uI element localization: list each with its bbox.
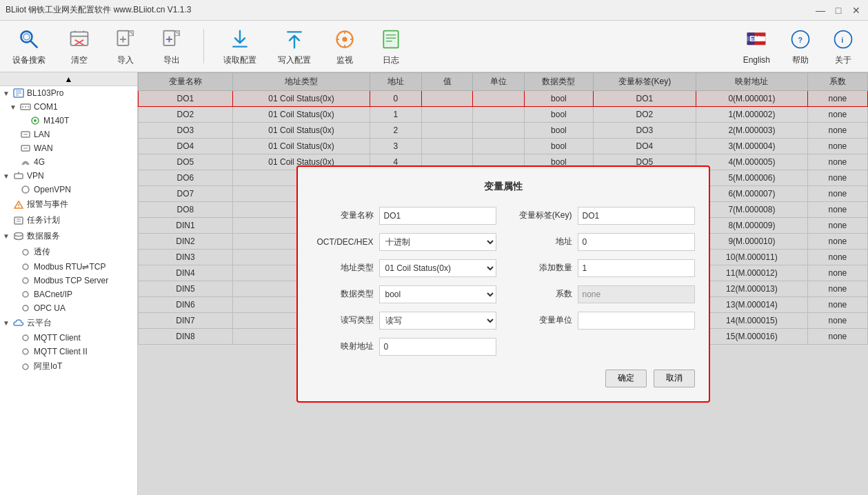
clear-icon — [67, 27, 92, 52]
monitor-label: 监视 — [336, 54, 353, 66]
import-label: 导入 — [117, 54, 134, 66]
sidebar-item-cloud[interactable]: ▼ 云平台 — [0, 315, 137, 331]
com1-label: COM1 — [34, 102, 58, 112]
search-button[interactable]: 设备搜索 — [7, 24, 51, 69]
coeff-input[interactable] — [578, 285, 695, 303]
field-coeff: 系数 — [510, 285, 695, 303]
help-label: 帮助 — [792, 54, 809, 66]
var-name-input[interactable] — [379, 207, 496, 225]
modal-overlay: 变量属性 变量名称 OCT/DEC/HEX 十进制 八进制 — [138, 72, 868, 495]
oct-dec-hex-label: OCT/DEC/HEX — [312, 237, 374, 247]
field-var-key: 变量标签(Key) — [510, 207, 695, 225]
sidebar-item-aliyun[interactable]: 阿里IoT — [0, 358, 137, 374]
about-button[interactable]: i 关于 — [825, 24, 861, 69]
modal-left-col: 变量名称 OCT/DEC/HEX 十进制 八进制 十六进制 — [312, 207, 496, 356]
map-addr-input[interactable] — [379, 338, 496, 356]
title-text: BLiiot 钢铁工业网关配置软件 www.BLiiot.cn V1.1.3 — [6, 4, 191, 16]
sidebar-item-modbus-tcp[interactable]: Modbus TCP Server — [0, 274, 137, 287]
openvpn-icon — [19, 185, 32, 194]
wan-icon — [19, 143, 32, 153]
sidebar-item-bacnet[interactable]: BACnet/IP — [0, 287, 137, 301]
write-config-button[interactable]: 写入配置 — [272, 24, 316, 69]
addr-type-select[interactable]: 01 Coil Status(0x) 02 Input Status(1x) 0… — [379, 259, 496, 277]
vpn-icon — [12, 171, 25, 181]
sidebar-item-mqtt2[interactable]: MQTT Client II — [0, 345, 137, 358]
var-unit-input[interactable] — [578, 312, 695, 330]
oct-dec-hex-select[interactable]: 十进制 八进制 十六进制 — [379, 233, 496, 251]
write-config-label: 写入配置 — [278, 54, 311, 66]
sidebar-item-m140t[interactable]: M140T — [0, 114, 137, 128]
svg-point-57 — [28, 106, 29, 108]
sidebar-item-mqtt[interactable]: MQTT Client — [0, 331, 137, 345]
sidebar-item-wan[interactable]: WAN — [0, 141, 137, 155]
sidebar-item-com1[interactable]: ▼ COM1 — [0, 100, 137, 114]
svg-text:EN: EN — [750, 34, 760, 43]
address-input[interactable] — [578, 233, 695, 251]
sidebar-item-openvpn[interactable]: OpenVPN — [0, 183, 137, 196]
expand-icon — [10, 145, 19, 152]
monitor-button[interactable]: 监视 — [327, 24, 363, 69]
confirm-button[interactable]: 确定 — [605, 370, 647, 387]
expand-icon — [10, 334, 19, 342]
minimize-button[interactable]: — — [814, 4, 827, 17]
data-icon — [12, 232, 25, 241]
help-button[interactable]: ? 帮助 — [783, 24, 818, 69]
modbus-tcp-icon — [19, 276, 32, 285]
cancel-button[interactable]: 取消 — [654, 370, 695, 387]
sidebar-item-4g[interactable]: 4G — [0, 155, 137, 169]
var-key-input[interactable] — [578, 207, 695, 225]
svg-point-75 — [23, 264, 28, 270]
add-count-input[interactable] — [578, 259, 695, 277]
m140t-label: M140T — [43, 116, 69, 125]
export-button[interactable]: 导出 — [154, 24, 190, 69]
expand-icon — [10, 291, 19, 299]
field-address: 地址 — [510, 233, 695, 251]
sidebar-scroll-up[interactable]: ▲ — [0, 72, 137, 86]
main-area: ▲ ▼ BL103Pro ▼ — [0, 72, 868, 495]
data-type-select[interactable]: bool int16 uint16 int32 uint32 float dou… — [379, 285, 496, 303]
field-var-name: 变量名称 — [312, 207, 496, 225]
expand-icon — [10, 186, 19, 194]
close-button[interactable]: ✕ — [850, 4, 862, 17]
data-type-label: 数据类型 — [312, 288, 374, 300]
read-config-icon — [228, 27, 252, 52]
field-oct-dec-hex: OCT/DEC/HEX 十进制 八进制 十六进制 — [312, 233, 496, 251]
log-icon — [379, 27, 403, 52]
sidebar-item-modbus-rtu[interactable]: Modbus RTU⇌TCP — [0, 260, 137, 274]
svg-rect-3 — [71, 32, 88, 46]
sidebar-item-data-service[interactable]: ▼ 数据服务 — [0, 228, 137, 244]
sidebar-item-bl103pro[interactable]: ▼ BL103Pro — [0, 86, 137, 100]
expand-icon: ▼ — [3, 172, 12, 180]
task-label: 任务计划 — [27, 214, 60, 226]
clear-button[interactable]: 清空 — [61, 24, 97, 69]
expand-icon — [10, 263, 19, 271]
log-button[interactable]: 日志 — [373, 24, 409, 69]
field-var-unit: 变量单位 — [510, 312, 695, 330]
sidebar-item-transparent[interactable]: 透传 — [0, 244, 137, 260]
import-button[interactable]: 导入 — [108, 24, 143, 69]
sidebar-item-task[interactable]: 任务计划 — [0, 212, 137, 228]
window-controls[interactable]: — □ ✕ — [814, 4, 862, 17]
read-config-button[interactable]: 读取配置 — [218, 24, 262, 69]
read-config-label: 读取配置 — [223, 54, 256, 66]
addr-type-label: 地址类型 — [312, 262, 374, 274]
svg-point-81 — [23, 364, 28, 370]
modal-body: 变量名称 OCT/DEC/HEX 十进制 八进制 十六进制 — [312, 207, 695, 356]
expand-icon — [10, 305, 19, 312]
device-icon — [12, 88, 25, 98]
svg-marker-10 — [128, 30, 133, 35]
sidebar-item-vpn[interactable]: ▼ VPN — [0, 169, 137, 183]
mqtt2-label: MQTT Client II — [34, 347, 88, 356]
sidebar-item-alarm[interactable]: 报警与事件 — [0, 196, 137, 212]
toolbar: 设备搜索 清空 导入 — [0, 21, 868, 72]
sidebar-item-opc-ua[interactable]: OPC UA — [0, 301, 137, 315]
maximize-button[interactable]: □ — [832, 4, 845, 17]
content-area: 变量名称 地址类型 地址 值 单位 数据类型 变量标签(Key) 映射地址 系数… — [138, 72, 868, 495]
svg-point-55 — [22, 106, 23, 108]
write-config-icon — [282, 27, 307, 52]
rw-type-label: 读写类型 — [312, 314, 374, 326]
rw-type-select[interactable]: 只读 只写 读写 — [379, 312, 496, 330]
english-button[interactable]: EN English — [738, 25, 776, 68]
sidebar-item-lan[interactable]: LAN — [0, 128, 137, 141]
export-icon — [159, 27, 184, 52]
